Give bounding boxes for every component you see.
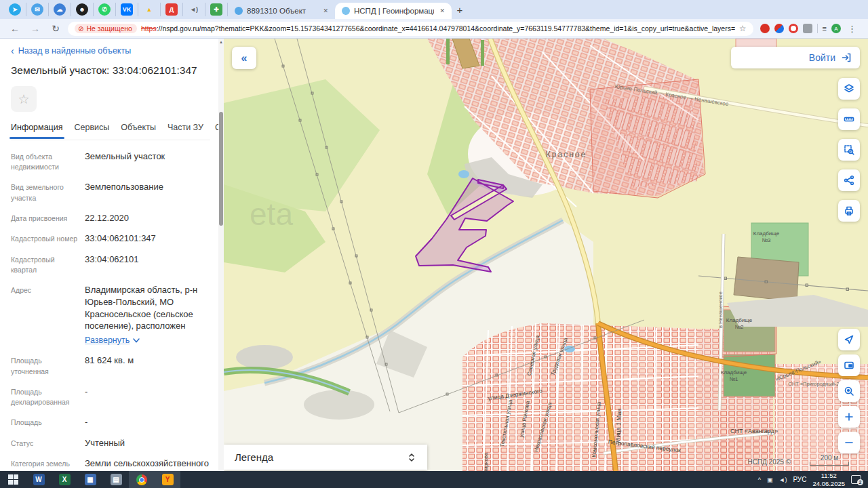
favorite-star-button[interactable]: ☆: [11, 86, 37, 112]
search-location-icon: [844, 386, 854, 396]
language-indicator[interactable]: РУС: [793, 476, 806, 483]
taskbar-chrome[interactable]: [129, 471, 155, 488]
map-tools-top: [838, 78, 860, 222]
bookmark-star-icon[interactable]: ☆: [739, 24, 747, 33]
speaker-tab-icon[interactable]: ◄): [188, 3, 200, 16]
tab-services[interactable]: Сервисы: [75, 123, 110, 132]
ext-green-icon[interactable]: A: [831, 24, 841, 33]
security-badge[interactable]: ⊘ Не защищено: [75, 24, 137, 33]
zoom-in-button[interactable]: [838, 406, 860, 428]
tab-information[interactable]: Информация: [11, 123, 63, 132]
map-label: в Ненашенское: [717, 291, 724, 328]
system-tray: ^ ▣ ◄) РУС 11:52 24.06.2025 2: [758, 471, 868, 488]
reading-list-icon[interactable]: ≡: [823, 24, 827, 33]
login-label: Войти: [809, 52, 835, 63]
tab-close-icon[interactable]: ✕: [321, 7, 330, 14]
print-button[interactable]: [838, 200, 860, 222]
expand-collapse-icon[interactable]: [407, 452, 416, 463]
map-label: Красное: [546, 150, 587, 159]
ext-opera-icon[interactable]: [789, 24, 798, 33]
plus-icon: [844, 411, 854, 422]
taskbar-excel-icon: X: [59, 474, 71, 485]
new-tab-button[interactable]: +: [452, 1, 468, 18]
print-icon: [844, 205, 854, 216]
green-app-icon[interactable]: ✚: [210, 3, 222, 16]
start-button[interactable]: [0, 471, 26, 488]
zoom-out-button[interactable]: [838, 432, 860, 453]
tray-expand-icon[interactable]: ^: [758, 476, 761, 483]
back-icon[interactable]: ←: [7, 23, 23, 34]
search-location-button[interactable]: [838, 380, 860, 402]
screen: ➤✉☁☻✆VK▲Д◄)✚ 8891310 Объект ✕ НСПД | Гео…: [0, 0, 868, 488]
legend-panel[interactable]: Легенда: [224, 445, 427, 470]
layers-button[interactable]: [838, 78, 860, 100]
url-scheme: https: [141, 24, 157, 33]
taskbar-word[interactable]: W: [26, 471, 52, 488]
taskbar: WX▦▤Y ^ ▣ ◄) РУС 11:52 24.06.2025 2: [0, 471, 868, 488]
collapse-panel-button[interactable]: «: [232, 47, 256, 69]
taskbar-app-blue[interactable]: ▦: [77, 471, 103, 488]
action-center-icon[interactable]: 2: [851, 475, 861, 484]
divider: [817, 24, 818, 33]
tab-favicon: [235, 7, 243, 15]
field-row-address: Адрес Владимирская область, р-н Юрьев-По…: [11, 284, 210, 346]
browser-menu-icon[interactable]: ⋮: [846, 24, 859, 34]
taskbar-app-doc[interactable]: ▤: [103, 471, 129, 488]
map-label: Кладбище: [721, 369, 747, 375]
login-button[interactable]: Войти: [731, 47, 860, 68]
drive-icon[interactable]: ▲: [143, 3, 155, 16]
vk-icon[interactable]: VK: [121, 3, 133, 16]
area-select-icon: [844, 144, 854, 155]
field-row: Кадастровый номер33:04:062101:347: [11, 232, 210, 245]
reload-icon[interactable]: ↻: [47, 23, 64, 34]
object-info-panel: ‹ Назад в найденные объекты Земельный уч…: [0, 39, 224, 471]
tab-objects[interactable]: Объекты: [121, 123, 156, 132]
area-select-button[interactable]: [838, 139, 860, 161]
back-to-results-link[interactable]: ‹ Назад в найденные объекты: [11, 45, 210, 56]
url-text: https://nspd.gov.ru/map?thematic=PKK&zoo…: [141, 24, 735, 33]
taskbar-word-icon: W: [33, 474, 45, 485]
tab-object[interactable]: 8891310 Объект ✕: [228, 3, 335, 19]
clock[interactable]: 11:52 24.06.2025: [812, 472, 845, 488]
map-canvas[interactable]: КрасноеЮрьев-Польский — Красное — Ненаше…: [224, 39, 868, 471]
copyright-text: НСПД 2025 ©: [747, 458, 791, 466]
tray-network-icon[interactable]: ▣: [767, 476, 773, 483]
address-bar[interactable]: ⊘ Не защищено https://nspd.gov.ru/map?th…: [68, 22, 753, 36]
dzen-icon[interactable]: Д: [165, 3, 178, 16]
tab-close-icon[interactable]: ✕: [438, 7, 446, 14]
forward-icon[interactable]: →: [27, 23, 43, 34]
tab-parts[interactable]: Части ЗУ: [167, 123, 203, 132]
layers-icon: [844, 83, 854, 94]
ext-shield-icon[interactable]: [760, 24, 770, 33]
tab-nspd-active[interactable]: НСПД | Геоинформационный ✕: [335, 3, 452, 19]
cloud-app-icon[interactable]: ☁: [54, 3, 66, 16]
ext-redblue-icon[interactable]: [774, 24, 784, 33]
taskbar-yandex[interactable]: Y: [155, 471, 180, 488]
scroll-up-icon[interactable]: ▲: [218, 40, 224, 44]
scrollbar-thumb[interactable]: [219, 112, 223, 226]
extensions-puzzle-icon[interactable]: [803, 24, 812, 33]
map-attribution: НСПД 2025 © 200 м: [747, 454, 849, 466]
windows-logo-icon: [8, 474, 18, 485]
map-label: Чиркова: [483, 452, 489, 471]
panel-scrollbar[interactable]: ▲: [218, 39, 224, 471]
notification-badge: 2: [857, 479, 863, 485]
address-value: Владимирская область, р-н Юрьев-Польский…: [85, 285, 197, 331]
map-label: eta: [250, 197, 293, 232]
taskbar-excel[interactable]: X: [52, 471, 77, 488]
field-row: Площадь-: [11, 416, 210, 428]
incognito-icon[interactable]: ☻: [76, 3, 88, 16]
whatsapp-icon[interactable]: ✆: [98, 3, 111, 16]
field-row: Площадь уточненная81 624 кв. м: [11, 354, 210, 376]
expand-address-link[interactable]: Развернуть: [85, 335, 210, 346]
share-button[interactable]: [838, 169, 860, 191]
locate-me-button[interactable]: [838, 329, 860, 350]
tray-volume-icon[interactable]: ◄): [779, 476, 787, 483]
browser-toolbar: ← → ↻ ⊘ Не защищено https://nspd.gov.ru/…: [0, 19, 868, 39]
telegram-icon[interactable]: ➤: [9, 3, 21, 16]
star-icon: ☆: [18, 92, 29, 107]
tab-title: НСПД | Геоинформационный: [354, 7, 434, 15]
measure-button[interactable]: [838, 108, 860, 130]
minimap-button[interactable]: [838, 354, 860, 376]
mail-icon[interactable]: ✉: [31, 3, 43, 16]
